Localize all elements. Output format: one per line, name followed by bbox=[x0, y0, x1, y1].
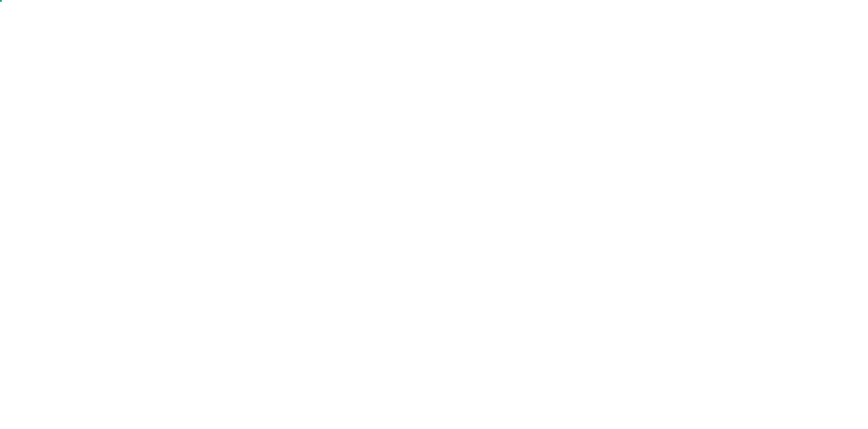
selection-outline bbox=[0, 0, 2, 2]
